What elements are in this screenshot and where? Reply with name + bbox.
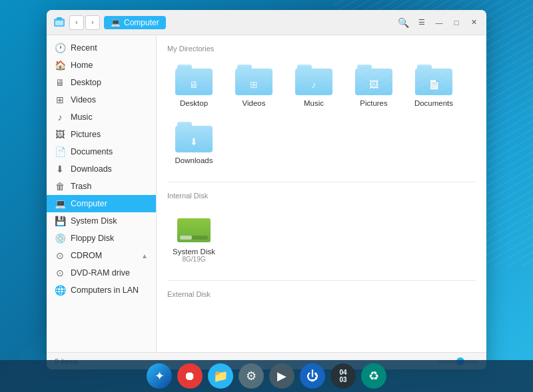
desktop-folder-inner: 🖥 <box>189 79 199 90</box>
sidebar-label-music: Music <box>71 112 148 122</box>
deepin-icon: ✦ <box>155 369 165 383</box>
sidebar-item-trash[interactable]: 🗑 Trash <box>47 178 156 195</box>
section-title-external: External Disk <box>167 290 476 298</box>
folder-documents-label: Documents <box>414 99 453 107</box>
taskbar-power[interactable]: ⏻ <box>300 363 325 389</box>
folder-downloads-icon: ⬇ <box>175 122 213 152</box>
svg-rect-1 <box>55 21 63 25</box>
eject-button[interactable]: ▲ <box>141 252 148 260</box>
tab-label: Computer <box>124 18 159 27</box>
record-icon: ⏺ <box>184 369 196 383</box>
folder-videos[interactable]: ⊞ Videos <box>227 61 280 111</box>
time-display: 0403 <box>339 369 346 383</box>
sidebar-label-pictures: Pictures <box>71 130 148 139</box>
sidebar-item-cdrom[interactable]: ⊙ CDROM ▲ <box>47 247 156 264</box>
sidebar: 🕐 Recent 🏠 Home 🖥 Desktop ⊞ Videos ♪ Mus… <box>47 35 157 352</box>
desktop-icon: 🖥 <box>55 77 65 88</box>
sidebar-item-videos[interactable]: ⊞ Videos <box>47 91 156 108</box>
taskbar-files[interactable]: 📁 <box>208 363 233 389</box>
disk-system[interactable]: System Disk 8G/19G <box>167 208 221 267</box>
sidebar-item-music[interactable]: ♪ Music <box>47 108 156 126</box>
sidebar-item-floppydisk[interactable]: 💿 Floppy Disk <box>47 230 156 247</box>
folder-desktop-icon: 🖥 <box>175 65 213 95</box>
pictures-folder-inner: 🖼 <box>369 79 378 90</box>
sidebar-item-dvd[interactable]: ⊙ DVD-RAM drive <box>47 264 156 282</box>
sidebar-item-computer[interactable]: 💻 Computer <box>47 195 156 212</box>
taskbar-trash[interactable]: ♻ <box>361 363 386 389</box>
folder-pictures[interactable]: 🖼 Pictures <box>347 61 400 111</box>
section-title-directories: My Directories <box>167 45 476 53</box>
back-button[interactable]: ‹ <box>69 15 84 30</box>
sidebar-label-trash: Trash <box>71 182 148 191</box>
home-icon: 🏠 <box>55 60 65 71</box>
folder-documents-icon: 📄 <box>415 65 452 95</box>
sidebar-label-videos: Videos <box>71 95 148 104</box>
disk-grid: System Disk 8G/19G <box>167 208 476 267</box>
taskbar-settings[interactable]: ⚙ <box>239 363 264 389</box>
trash-icon: 🗑 <box>55 181 65 192</box>
app-icon <box>52 15 67 30</box>
dvd-icon: ⊙ <box>55 268 65 278</box>
folder-pictures-label: Pictures <box>360 99 388 107</box>
folder-music-label: Music <box>304 99 324 107</box>
sidebar-label-recent: Recent <box>71 43 148 53</box>
power-icon: ⏻ <box>306 369 318 383</box>
videos-folder-inner: ⊞ <box>250 79 258 90</box>
sidebar-label-computer: Computer <box>71 199 148 208</box>
forward-button[interactable]: › <box>85 15 100 30</box>
settings-icon: ⚙ <box>246 369 257 383</box>
sidebar-label-dvd: DVD-RAM drive <box>71 268 148 278</box>
sidebar-item-downloads[interactable]: ⬇ Downloads <box>47 160 156 178</box>
folder-videos-icon: ⊞ <box>235 65 272 95</box>
sidebar-item-desktop[interactable]: 🖥 Desktop <box>47 74 156 91</box>
sidebar-label-lan: Computers in LAN <box>71 286 148 295</box>
taskbar: ✦ ⏺ 📁 ⚙ ▶ ⏻ 0403 ♻ <box>0 360 533 392</box>
sidebar-label-home: Home <box>71 61 148 70</box>
sidebar-item-lan[interactable]: 🌐 Computers in LAN <box>47 282 156 299</box>
disk-system-size: 8G/19G <box>182 256 205 263</box>
sidebar-label-documents: Documents <box>71 147 148 156</box>
sidebar-item-recent[interactable]: 🕐 Recent <box>47 39 156 57</box>
menu-button[interactable]: ☰ <box>414 15 429 30</box>
section-divider-2 <box>167 280 476 281</box>
sidebar-item-home[interactable]: 🏠 Home <box>47 57 156 74</box>
documents-folder-inner: 📄 <box>428 79 440 90</box>
folder-documents[interactable]: 📄 Documents <box>407 61 460 111</box>
folder-downloads-label: Downloads <box>175 156 213 164</box>
sidebar-item-pictures[interactable]: 🖼 Pictures <box>47 126 156 143</box>
folder-desktop-label: Desktop <box>180 99 208 107</box>
sidebar-label-downloads: Downloads <box>71 164 148 174</box>
section-divider-1 <box>167 182 476 182</box>
sidebar-label-cdrom: CDROM <box>71 251 136 260</box>
tab-icon: 💻 <box>111 18 121 27</box>
disk-visual <box>177 218 211 242</box>
sidebar-item-documents[interactable]: 📄 Documents <box>47 143 156 160</box>
sidebar-label-floppydisk: Floppy Disk <box>71 234 148 243</box>
pictures-icon: 🖼 <box>55 129 65 140</box>
search-button[interactable]: 🔍 <box>396 15 410 30</box>
folder-music[interactable]: ♪ Music <box>287 61 340 111</box>
titlebar: ‹ › 💻 Computer 🔍 ☰ — □ ✕ <box>47 10 486 35</box>
disk-system-icon <box>175 212 213 244</box>
sidebar-label-systemdisk: System Disk <box>71 216 148 226</box>
maximize-button[interactable]: □ <box>449 15 464 30</box>
sidebar-item-systemdisk[interactable]: 💾 System Disk <box>47 212 156 230</box>
taskbar-record[interactable]: ⏺ <box>177 363 203 389</box>
downloads-icon: ⬇ <box>55 164 65 174</box>
content-area: My Directories 🖥 Desktop ⊞ <box>157 35 486 352</box>
svg-rect-2 <box>57 17 62 19</box>
music-folder-inner: ♪ <box>312 79 316 90</box>
folder-downloads[interactable]: ⬇ Downloads <box>167 118 221 168</box>
systemdisk-icon: 💾 <box>55 216 65 226</box>
folder-desktop[interactable]: 🖥 Desktop <box>167 61 221 111</box>
music-icon: ♪ <box>55 112 65 122</box>
minimize-button[interactable]: — <box>432 15 446 30</box>
folder-pictures-icon: 🖼 <box>355 65 392 95</box>
current-tab[interactable]: 💻 Computer <box>104 16 166 29</box>
taskbar-deepin[interactable]: ✦ <box>147 363 172 389</box>
close-button[interactable]: ✕ <box>466 15 481 30</box>
main-area: 🕐 Recent 🏠 Home 🖥 Desktop ⊞ Videos ♪ Mus… <box>47 35 486 352</box>
terminal-icon: ▶ <box>277 369 286 383</box>
downloads-folder-inner: ⬇ <box>190 136 198 147</box>
taskbar-terminal[interactable]: ▶ <box>269 363 294 389</box>
